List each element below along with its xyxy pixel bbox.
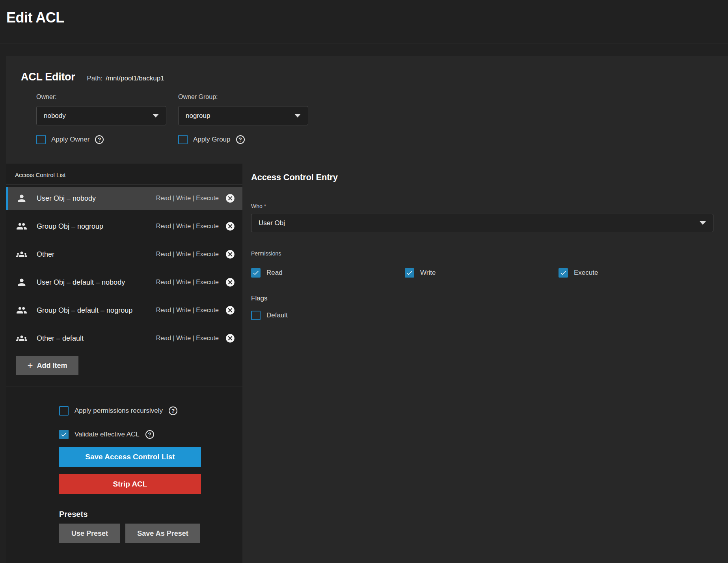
acl-item-permissions: Read | Write | Execute [156,335,219,342]
apply-recursively-checkbox[interactable] [59,406,69,416]
owner-group-label: Owner Group: [178,93,308,101]
owner-label: Owner: [36,93,166,101]
presets-title: Presets [59,510,242,519]
acl-item-permissions: Read | Write | Execute [156,195,219,202]
execute-label: Execute [574,269,598,277]
execute-checkbox[interactable] [559,268,568,278]
who-label: Who * [251,203,713,209]
who-select-value: User Obj [259,219,285,227]
acl-editor-card: ACL Editor Path:/mnt/pool1/backup1 Owner… [6,56,728,563]
acl-editor-header: ACL Editor Path:/mnt/pool1/backup1 Owner… [6,56,728,164]
acl-item-label: Group Obj – default – nogroup [37,306,156,315]
acl-actions: Apply permissions recursively ? Validate… [6,406,242,543]
owner-select-value: nobody [44,112,66,120]
read-label: Read [266,269,283,277]
who-select[interactable]: User Obj [251,214,713,232]
entry-title: Access Control Entry [251,172,713,183]
acl-item-label: Other [37,250,156,259]
acl-item-permissions: Read | Write | Execute [156,307,219,314]
divider [6,386,242,386]
plus-icon: + [27,361,33,370]
groups-icon [16,249,27,260]
validate-acl-label: Validate effective ACL [74,431,140,438]
use-preset-button[interactable]: Use Preset [59,524,120,543]
remove-item-icon[interactable] [225,333,235,343]
help-icon[interactable]: ? [236,135,245,144]
page-header: Edit ACL [0,0,728,43]
group-icon [16,305,27,316]
acl-item-label: User Obj – default – nobody [37,278,156,287]
page-title: Edit ACL [6,9,728,26]
add-item-button[interactable]: + Add Item [16,356,78,375]
acl-item-label: Group Obj – nogroup [37,222,156,231]
permissions-row: Read Write Execute [251,268,713,278]
default-flag-label: Default [266,311,288,319]
remove-item-icon[interactable] [225,221,235,231]
chevron-down-icon [153,114,159,117]
strip-acl-button[interactable]: Strip ACL [59,474,201,494]
owner-group-select-value: nogroup [186,112,210,120]
remove-item-icon[interactable] [225,193,235,203]
acl-item-label: Other – default [37,334,156,343]
apply-group-checkbox[interactable] [178,135,188,144]
acl-list-item[interactable]: User Obj – default – nobody Read | Write… [6,271,242,294]
remove-item-icon[interactable] [225,305,235,315]
acl-list-header: Access Control List [6,164,242,185]
user-icon [16,277,27,288]
chevron-down-icon [700,221,706,225]
acl-list-item[interactable]: Group Obj – default – nogroup Read | Wri… [6,299,242,322]
remove-item-icon[interactable] [225,249,235,259]
user-icon [16,193,27,204]
default-flag-checkbox[interactable] [251,311,261,320]
groups-icon [16,333,27,344]
add-item-label: Add Item [37,362,67,370]
write-checkbox[interactable] [405,268,414,278]
flags-row: Default [251,311,713,320]
acl-list-item[interactable]: User Obj – nobody Read | Write | Execute [6,187,242,210]
read-checkbox[interactable] [251,268,261,278]
apply-group-label: Apply Group [193,136,231,144]
acl-list: User Obj – nobody Read | Write | Execute… [6,185,242,350]
acl-item-permissions: Read | Write | Execute [156,223,219,230]
help-icon[interactable]: ? [169,406,177,415]
acl-list-item[interactable]: Group Obj – nogroup Read | Write | Execu… [6,215,242,238]
remove-item-icon[interactable] [225,277,235,287]
validate-acl-checkbox[interactable] [59,430,69,439]
apply-owner-label: Apply Owner [51,136,89,144]
group-icon [16,221,27,232]
save-as-preset-button[interactable]: Save As Preset [125,524,200,543]
dataset-path: Path:/mnt/pool1/backup1 [87,75,164,82]
acl-list-item[interactable]: Other Read | Write | Execute [6,243,242,266]
path-label: Path: [87,75,103,82]
owner-group-select[interactable]: nogroup [178,106,308,125]
save-acl-button[interactable]: Save Access Control List [59,447,201,467]
chevron-down-icon [294,114,301,117]
acl-item-label: User Obj – nobody [37,194,156,203]
acl-item-permissions: Read | Write | Execute [156,251,219,258]
acl-list-item[interactable]: Other – default Read | Write | Execute [6,327,242,350]
help-icon[interactable]: ? [145,430,154,439]
access-control-entry-panel: Access Control Entry Who * User Obj Perm… [242,164,728,563]
flags-label: Flags [251,295,713,302]
access-control-list-panel: Access Control List User Obj – nobody Re… [6,164,242,563]
path-value: /mnt/pool1/backup1 [106,75,164,82]
owner-select[interactable]: nobody [36,106,166,125]
acl-editor-title: ACL Editor [21,71,75,83]
acl-item-permissions: Read | Write | Execute [156,279,219,286]
help-icon[interactable]: ? [95,135,104,144]
write-label: Write [420,269,436,277]
permissions-label: Permissions [251,250,713,257]
apply-owner-checkbox[interactable] [36,135,46,144]
apply-recursively-label: Apply permissions recursively [74,407,163,415]
